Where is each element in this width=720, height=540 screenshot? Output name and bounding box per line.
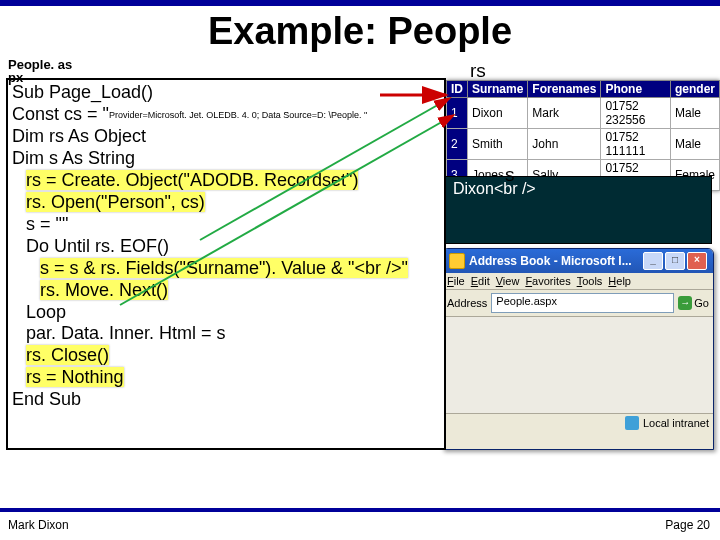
code-line: End Sub xyxy=(12,389,440,411)
code-line: s = s & rs. Fields("Surname"). Value & "… xyxy=(12,258,440,280)
menu-item[interactable]: Edit xyxy=(471,275,490,287)
code-line: Dim s As String xyxy=(12,148,440,170)
code-line: rs. Move. Next() xyxy=(12,280,440,302)
go-icon: → xyxy=(678,296,692,310)
code-listing: Sub Page_Load() Const cs = "Provider=Mic… xyxy=(6,78,446,450)
code-line: rs = Create. Object("ADODB. Recordset") xyxy=(12,170,440,192)
menu-item[interactable]: View xyxy=(496,275,520,287)
table-row: 2SmithJohn01752 111111Male xyxy=(447,129,720,160)
browser-window: Address Book - Microsoft I... _ □ × File… xyxy=(442,248,714,450)
code-line: Const cs = "Provider=Microsoft. Jet. OLE… xyxy=(12,104,440,126)
slide-title: Example: People xyxy=(0,10,720,53)
code-line: Dim rs As Object xyxy=(12,126,440,148)
go-button[interactable]: → Go xyxy=(678,296,709,310)
browser-titlebar: Address Book - Microsoft I... _ □ × xyxy=(443,249,713,273)
slide-top-rule xyxy=(0,0,720,6)
zone-label: Local intranet xyxy=(643,417,709,429)
browser-title: Address Book - Microsoft I... xyxy=(469,254,632,268)
minimize-button[interactable]: _ xyxy=(643,252,663,270)
menu-item[interactable]: Favorites xyxy=(525,275,570,287)
browser-statusbar: Local intranet xyxy=(443,414,713,432)
code-line: rs. Open("Person", cs) xyxy=(12,192,440,214)
menu-item[interactable]: File xyxy=(447,275,465,287)
address-book-icon xyxy=(449,253,465,269)
rs-label: rs xyxy=(470,60,486,82)
footer-author: Mark Dixon xyxy=(8,518,69,532)
code-line: Loop xyxy=(12,302,440,324)
code-line: Sub Page_Load() xyxy=(12,82,440,104)
table-row: 1DixonMark01752 232556Male xyxy=(447,98,720,129)
code-line: Do Until rs. EOF() xyxy=(12,236,440,258)
browser-viewport xyxy=(443,317,713,414)
s-content: Dixon<br /> xyxy=(453,180,703,198)
address-input[interactable]: People.aspx xyxy=(491,293,674,313)
slide-bottom-rule xyxy=(0,508,720,512)
zone-icon xyxy=(625,416,639,430)
address-label: Address xyxy=(447,297,487,309)
code-line: rs = Nothing xyxy=(12,367,440,389)
browser-menubar: File Edit View Favorites Tools Help xyxy=(443,273,713,290)
s-label: s xyxy=(505,164,515,186)
close-button[interactable]: × xyxy=(687,252,707,270)
code-line: s = "" xyxy=(12,214,440,236)
menu-item[interactable]: Tools xyxy=(577,275,603,287)
code-line: rs. Close() xyxy=(12,345,440,367)
footer-page: Page 20 xyxy=(665,518,710,532)
code-line: par. Data. Inner. Html = s xyxy=(12,323,440,345)
browser-address-bar: Address People.aspx → Go xyxy=(443,290,713,317)
recordset-table: ID Surname Forenames Phone gender 1Dixon… xyxy=(446,80,720,191)
table-header-row: ID Surname Forenames Phone gender xyxy=(447,81,720,98)
menu-item[interactable]: Help xyxy=(608,275,631,287)
maximize-button[interactable]: □ xyxy=(665,252,685,270)
s-variable-box: s Dixon<br /> xyxy=(444,176,712,244)
file-label: People. as px xyxy=(8,58,88,84)
